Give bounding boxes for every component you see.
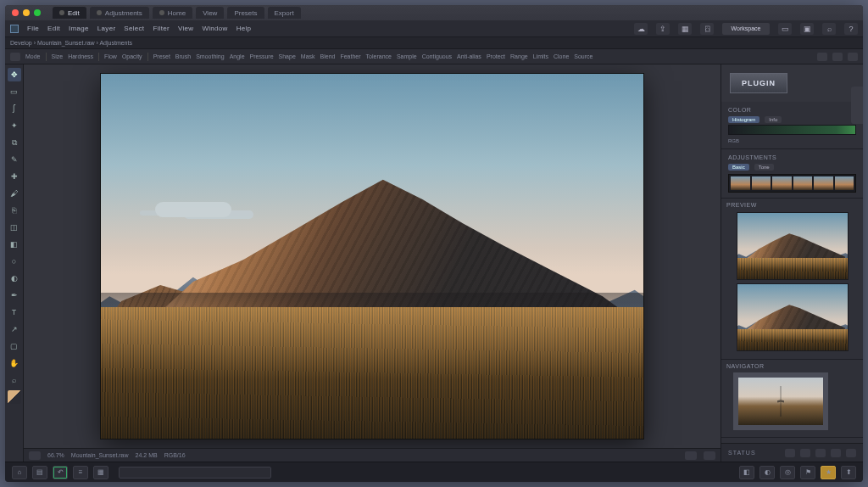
marquee-tool[interactable]: ▭ <box>8 85 21 98</box>
preset-filmstrip[interactable] <box>728 174 856 193</box>
opt-pressure[interactable]: Pressure <box>250 53 274 59</box>
menu-image[interactable]: Image <box>69 25 89 32</box>
lasso-tool[interactable]: ʃ <box>8 102 21 115</box>
footer-icon-1[interactable] <box>785 449 795 457</box>
filmstrip-frame[interactable] <box>793 176 813 190</box>
opt-hard[interactable]: Hardness <box>68 53 93 59</box>
workspace-button[interactable]: Workspace <box>722 23 770 35</box>
menu-help[interactable]: Help <box>236 25 252 32</box>
maximize-button[interactable] <box>34 9 41 16</box>
footer-icon-4[interactable] <box>831 449 841 457</box>
menu-select[interactable]: Select <box>124 25 144 32</box>
eyedropper-tool[interactable]: ✎ <box>8 153 21 166</box>
opt-tol[interactable]: Tolerance <box>366 53 392 59</box>
collapsed-panel-tab[interactable] <box>851 87 863 124</box>
opt-extra1-icon[interactable] <box>817 53 827 61</box>
close-button[interactable] <box>12 9 19 16</box>
menu-file[interactable]: File <box>27 25 39 32</box>
bb-flag-icon[interactable]: ⚑ <box>800 466 815 479</box>
tab-edit[interactable]: Edit <box>53 7 86 19</box>
opt-contig[interactable]: Contiguous <box>422 53 452 59</box>
text-tool[interactable]: T <box>8 305 21 319</box>
opt-flow[interactable]: Flow <box>104 53 117 59</box>
bb-softproof-icon[interactable]: ◐ <box>760 466 775 479</box>
plugin-badge[interactable]: PLUGIN <box>730 73 787 93</box>
document-canvas[interactable] <box>101 74 643 439</box>
bb-layers-icon[interactable]: ▤ <box>32 466 47 479</box>
filmstrip-frame[interactable] <box>752 176 771 190</box>
opt-blend[interactable]: Blend <box>320 53 336 59</box>
clone-tool[interactable]: ⎘ <box>8 204 21 217</box>
bb-search-input[interactable] <box>119 467 271 479</box>
footer-trash-icon[interactable] <box>846 449 856 457</box>
search-icon[interactable]: ⌕ <box>822 23 836 35</box>
opt-shape[interactable]: Shape <box>279 53 296 59</box>
opt-mode[interactable]: Mode <box>25 53 41 59</box>
opt-angle[interactable]: Angle <box>230 53 245 59</box>
app-logo-icon[interactable] <box>10 25 19 33</box>
breadcrumb[interactable]: Develop › Mountain_Sunset.raw › Adjustme… <box>10 40 132 46</box>
histogram-display[interactable] <box>728 125 856 135</box>
bb-history-icon[interactable]: ≡ <box>73 466 88 479</box>
bb-export-icon[interactable]: ⬆ <box>841 466 856 479</box>
opt-clone[interactable]: Clone <box>554 53 569 59</box>
opt-extra2-icon[interactable] <box>832 53 843 61</box>
share-icon[interactable]: ⇪ <box>656 23 670 35</box>
opt-source[interactable]: Source <box>574 53 593 59</box>
grid-icon[interactable]: ▦ <box>678 23 692 35</box>
opt-limits[interactable]: Limits <box>533 53 548 59</box>
pen-tool[interactable]: ✒ <box>8 288 21 302</box>
filmstrip-frame[interactable] <box>772 176 792 190</box>
hist-tab-histogram[interactable]: Histogram <box>728 116 760 123</box>
cloud-icon[interactable]: ☁ <box>634 23 648 35</box>
bb-star-icon[interactable]: ★ <box>821 466 836 479</box>
help-icon[interactable]: ? <box>844 23 858 35</box>
preview-thumbnail-2[interactable] <box>737 284 848 350</box>
dodge-tool[interactable]: ◐ <box>8 271 21 285</box>
footer-icon-2[interactable] <box>800 449 810 457</box>
zoom-tool[interactable]: ⌕ <box>8 373 21 387</box>
tab-home[interactable]: Home <box>153 7 192 19</box>
status-icon-3[interactable] <box>704 451 715 460</box>
opt-feather[interactable]: Feather <box>340 53 360 59</box>
crop-tool[interactable]: ⧉ <box>8 136 21 149</box>
shape-tool[interactable]: ▢ <box>8 339 21 353</box>
status-icon-1[interactable] <box>29 451 41 460</box>
move-tool[interactable]: ✥ <box>8 68 21 81</box>
canvas-viewport[interactable] <box>24 64 721 448</box>
status-zoom[interactable]: 66.7% <box>47 452 64 458</box>
opt-aa[interactable]: Anti-alias <box>457 53 481 59</box>
tab-view[interactable]: View <box>196 7 224 19</box>
opt-sample[interactable]: Sample <box>397 53 417 59</box>
adjust-tab-tone[interactable]: Tone <box>754 164 774 171</box>
filmstrip-frame[interactable] <box>835 176 854 190</box>
opt-smoothing[interactable]: Smoothing <box>196 53 224 59</box>
opt-mask[interactable]: Mask <box>301 53 315 59</box>
hand-tool[interactable]: ✋ <box>8 356 21 370</box>
menu-filter[interactable]: Filter <box>153 25 170 32</box>
filmstrip-frame[interactable] <box>814 176 833 190</box>
wand-tool[interactable]: ✦ <box>8 119 21 132</box>
opt-size[interactable]: Size <box>52 53 64 59</box>
tab-presets[interactable]: Presets <box>227 7 264 19</box>
layout2-icon[interactable]: ▣ <box>800 23 814 35</box>
layout1-icon[interactable]: ▭ <box>778 23 792 35</box>
eraser-tool[interactable]: ◫ <box>8 221 21 234</box>
opt-brush[interactable]: Brush <box>175 53 191 59</box>
color-swatch[interactable] <box>8 390 21 404</box>
opt-protect[interactable]: Protect <box>487 53 505 59</box>
minimize-button[interactable] <box>23 9 30 16</box>
bb-home-icon[interactable]: ⌂ <box>12 466 27 479</box>
preview-thumbnail-1[interactable] <box>737 213 848 279</box>
adjust-tab-basic[interactable]: Basic <box>728 164 749 171</box>
heal-tool[interactable]: ✚ <box>8 170 21 183</box>
opt-menu-icon[interactable] <box>848 53 858 61</box>
menu-edit[interactable]: Edit <box>47 25 60 32</box>
opt-range[interactable]: Range <box>510 53 528 59</box>
camera-icon[interactable]: ⌼ <box>700 23 714 35</box>
blur-tool[interactable]: ○ <box>8 255 21 268</box>
gradient-tool[interactable]: ◧ <box>8 238 21 251</box>
tab-adjustments[interactable]: Adjustments <box>90 7 149 19</box>
bb-snapshot-icon[interactable]: ◎ <box>780 466 795 479</box>
footer-icon-3[interactable] <box>815 449 826 457</box>
